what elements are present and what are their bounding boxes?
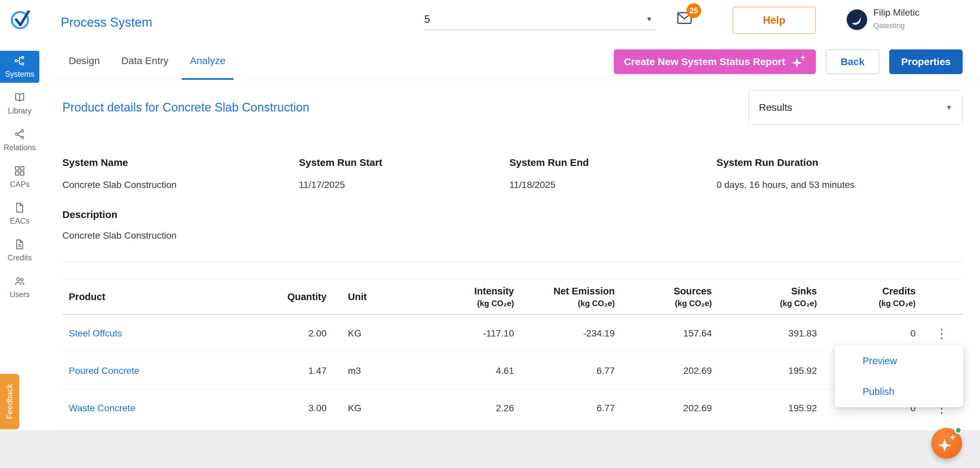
description-block: Description Concrete Slab Construction (62, 209, 963, 241)
product-link[interactable]: Steel Offcuts (62, 328, 266, 339)
tab-label: Data Entry (121, 55, 169, 66)
col-header-intensity: Intensity(kg CO₂e) (419, 286, 520, 308)
unit-cell: KG (332, 403, 419, 414)
tabbar: Design Data Entry Analyze Create New Sys… (50, 43, 980, 80)
menu-item-publish[interactable]: Publish (835, 376, 963, 407)
system-details: System Name Concrete Slab Construction S… (62, 157, 963, 190)
properties-button[interactable]: Properties (889, 50, 963, 74)
app-logo-icon (10, 7, 32, 31)
mail-button[interactable]: 25 (676, 10, 696, 27)
tab-data-entry[interactable]: Data Entry (113, 43, 177, 80)
relations-icon (14, 128, 26, 140)
system-select[interactable]: 5 ▼ (424, 9, 655, 30)
product-link[interactable]: Waste Concrete (62, 403, 266, 414)
sidebar-item-caps[interactable]: CAPs (0, 161, 39, 193)
field-value: 11/17/2025 (299, 180, 509, 190)
help-button[interactable]: Help (732, 7, 816, 34)
net-emission-cell: 6.77 (520, 403, 621, 414)
tab-design[interactable]: Design (61, 43, 108, 80)
tab-label: Design (69, 55, 100, 66)
col-header-sources: Sources(kg CO₂e) (621, 286, 718, 308)
quantity-cell: 1.47 (266, 366, 332, 376)
field-label: System Name (62, 157, 299, 168)
system-select-value: 5 (424, 13, 430, 26)
table-row: Steel Offcuts 2.00 KG -117.10 -234.19 15… (62, 315, 963, 352)
create-report-label: Create New System Status Report (624, 56, 785, 67)
product-link[interactable]: Poured Concrete (62, 366, 266, 376)
menu-item-preview[interactable]: Preview (835, 345, 963, 376)
col-header-credits: Credits(kg CO₂e) (823, 286, 922, 308)
quantity-cell: 2.00 (266, 328, 332, 339)
results-dropdown[interactable]: Results ▼ (749, 90, 963, 125)
sidebar-item-label: Credits (8, 253, 32, 262)
back-button[interactable]: Back (826, 50, 879, 74)
sidebar-item-systems[interactable]: Systems (0, 51, 39, 83)
page-title: Product details for Concrete Slab Constr… (62, 101, 309, 115)
detail-field-run-duration: System Run Duration 0 days, 16 hours, an… (716, 157, 963, 190)
process-system-app: Process System 5 ▼ 25 Help (0, 0, 980, 468)
credits-document-icon (14, 238, 26, 250)
feedback-tab[interactable]: Feedback (0, 374, 19, 429)
col-header-sinks: Sinks(kg CO₂e) (718, 286, 823, 308)
title-row: Product details for Concrete Slab Constr… (62, 90, 963, 125)
table-row: Waste Concrete 3.00 KG 2.26 6.77 202.69 … (62, 390, 963, 427)
sources-cell: 202.69 (621, 366, 718, 376)
quantity-cell: 3.00 (266, 403, 332, 414)
online-status-dot (955, 426, 962, 434)
app-canvas: Process System 5 ▼ 25 Help (0, 0, 980, 430)
sidebar-item-users[interactable]: Users (0, 271, 39, 303)
intensity-cell: 4.61 (419, 366, 520, 376)
sinks-cell: 195.92 (718, 403, 823, 414)
help-button-label: Help (763, 14, 785, 26)
feedback-tab-label: Feedback (5, 384, 14, 419)
intensity-cell: -117.10 (419, 328, 520, 339)
user-menu[interactable]: Filip Miletic Qatesting (846, 7, 919, 30)
user-name: Filip Miletic (873, 7, 919, 18)
sidebar-item-credits[interactable]: Credits (0, 234, 39, 267)
chevron-down-icon: ▼ (946, 104, 952, 112)
create-report-button[interactable]: Create New System Status Report (614, 50, 816, 74)
assistant-fab[interactable] (931, 428, 962, 458)
sinks-cell: 195.92 (718, 366, 823, 376)
sidebar-item-label: EACs (10, 217, 30, 226)
caps-icon (14, 165, 26, 177)
product-table: Product Quantity Unit Intensity(kg CO₂e) (62, 280, 963, 427)
app-shell: Systems Library Relations (0, 43, 980, 430)
field-value: 11/18/2025 (509, 180, 716, 190)
sidebar-item-label: CAPs (10, 180, 30, 189)
sinks-cell: 391.83 (718, 328, 823, 339)
description-value: Concrete Slab Construction (62, 230, 963, 241)
col-header-quantity: Quantity (266, 291, 332, 302)
net-emission-cell: -234.19 (520, 328, 621, 339)
sidebar-item-eacs[interactable]: EACs (0, 198, 39, 230)
tab-analyze[interactable]: Analyze (182, 43, 234, 80)
sidebar-item-library[interactable]: Library (0, 88, 39, 120)
section-divider (62, 262, 963, 262)
sources-cell: 157.64 (621, 328, 718, 339)
field-label: System Run Duration (716, 157, 963, 168)
detail-field-system-name: System Name Concrete Slab Construction (62, 157, 299, 190)
unit-cell: m3 (332, 366, 419, 376)
systems-icon (14, 55, 26, 67)
description-label: Description (62, 209, 963, 220)
mail-badge: 25 (686, 3, 701, 18)
results-dropdown-value: Results (759, 102, 792, 113)
col-header-net-emission: Net Emission(kg CO₂e) (520, 286, 621, 308)
sidebar-item-relations[interactable]: Relations (0, 124, 39, 156)
properties-button-label: Properties (901, 56, 951, 67)
sidebar: Systems Library Relations (0, 43, 50, 430)
net-emission-cell: 6.77 (520, 366, 621, 376)
sidebar-item-label: Relations (4, 143, 36, 152)
row-menu-kebab-icon[interactable]: ⋮ (935, 327, 948, 340)
users-icon (14, 275, 26, 287)
intensity-cell: 2.26 (419, 403, 520, 414)
detail-field-run-end: System Run End 11/18/2025 (509, 157, 716, 190)
avatar (846, 10, 867, 30)
user-org: Qatesting (873, 21, 919, 30)
select-chevron-icon: ▼ (646, 15, 652, 23)
action-toolbar: Create New System Status Report Back Pro… (614, 43, 980, 80)
sparkle-icon (791, 54, 806, 69)
unit-cell: KG (332, 328, 419, 339)
topbar: Process System 5 ▼ 25 Help (0, 0, 980, 43)
app-title: Process System (61, 15, 153, 30)
